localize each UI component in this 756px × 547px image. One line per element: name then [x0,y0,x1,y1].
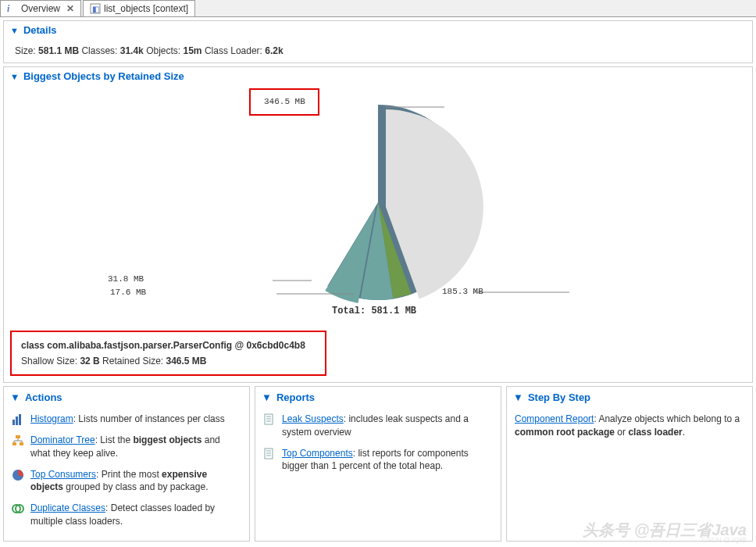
step-link[interactable]: Component Report [515,413,594,424]
duplicate-icon [12,502,24,515]
details-section: ▼ Details Size: 581.1 MB Classes: 31.4k … [3,20,753,63]
tooltip-sizes: Shallow Size: 32 B Retained Size: 346.5 … [21,356,316,366]
query-icon: ◧ [90,3,101,14]
chart-total: Total: 581.1 MB [332,306,416,316]
step-component[interactable]: Component Report: Analyze objects which … [515,413,744,439]
expander-icon: ▼ [10,26,19,35]
reports-panel: ▼ Reports Leak Suspects: includes leak s… [255,386,501,542]
report-leak[interactable]: Leak Suspects: includes leak suspects an… [263,413,493,439]
svg-rect-10 [12,442,16,445]
action-dominator[interactable]: Dominator Tree: List the biggest objects… [12,434,241,460]
expander-icon: ▼ [513,391,523,403]
info-icon: i [7,3,18,14]
pie-icon [12,469,24,481]
svg-rect-8 [19,414,21,425]
action-top-consumers[interactable]: Top Consumers: Print the most expensive … [12,468,241,495]
close-icon[interactable]: ✕ [66,3,74,14]
bottom-columns: ▼ Actions Histogram: Lists number of ins… [3,386,753,542]
action-link[interactable]: Dominator Tree [30,434,95,445]
chart-label: 17.6 MB [110,288,146,297]
details-header[interactable]: ▼ Details [4,21,752,39]
report-link[interactable]: Top Components [282,448,353,459]
tab-overview[interactable]: i Overview ✕ [0,0,81,16]
expander-icon: ▼ [262,391,272,403]
section-title: Details [23,24,57,36]
stepbystep-header[interactable]: ▼ Step By Step [507,387,752,408]
chart-label: 185.3 MB [442,287,483,296]
expander-icon: ▼ [10,391,20,403]
action-link[interactable]: Histogram [30,413,73,424]
report-top[interactable]: Top Components: list reports for compone… [263,447,493,474]
expander-icon: ▼ [10,72,19,81]
biggest-section: ▼ Biggest Objects by Retained Size 346.5… [3,66,753,383]
actions-panel: ▼ Actions Histogram: Lists number of ins… [3,386,250,542]
tree-icon [12,434,24,447]
report-link[interactable]: Leak Suspects [282,413,344,424]
chart-label: 346.5 MB [264,97,305,106]
svg-rect-7 [16,417,18,425]
tab-list-objects[interactable]: ◧ list_objects [context] [83,0,195,16]
report-icon [263,413,276,426]
object-tooltip: class com.alibaba.fastjson.parser.Parser… [10,331,326,376]
action-link[interactable]: Top Consumers [30,469,96,480]
action-link[interactable]: Duplicate Classes [30,502,105,513]
section-title: Biggest Objects by Retained Size [23,70,184,82]
histogram-icon [12,413,24,426]
watermark-small: CSDN @JQ棣 [701,535,747,545]
tab-label: Overview [21,3,60,14]
tooltip-class: class com.alibaba.fastjson.parser.Parser… [21,340,316,351]
svg-rect-6 [12,420,15,425]
details-stats: Size: 581.1 MB Classes: 31.4k Objects: 1… [15,45,284,56]
svg-rect-9 [16,435,20,438]
biggest-header[interactable]: ▼ Biggest Objects by Retained Size [4,67,752,85]
chart-label: 31.8 MB [108,274,144,284]
action-histogram[interactable]: Histogram: Lists number of instances per… [12,413,241,426]
actions-header[interactable]: ▼ Actions [4,387,249,408]
svg-text:◧: ◧ [92,5,99,13]
svg-rect-11 [20,442,23,445]
report-icon [263,448,276,460]
pie-chart[interactable]: 346.5 MB 31.8 MB 17.6 MB 185.3 MB Total:… [4,85,752,327]
stepbystep-panel: ▼ Step By Step Component Report: Analyze… [506,386,753,542]
tab-label: list_objects [context] [104,3,188,14]
tab-bar: i Overview ✕ ◧ list_objects [context] [0,0,756,17]
reports-header[interactable]: ▼ Reports [255,387,501,408]
action-duplicate[interactable]: Duplicate Classes: Detect classes loaded… [12,502,241,528]
